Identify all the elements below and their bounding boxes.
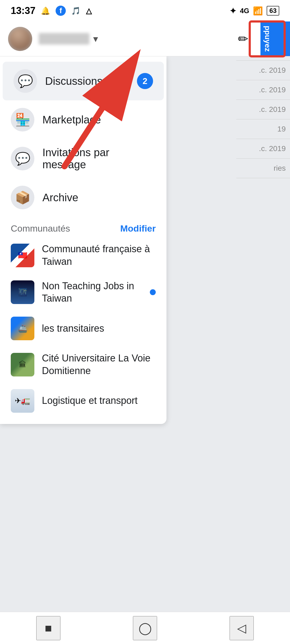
back-triangle-button[interactable]: ◁ — [230, 616, 254, 640]
status-bar-right: ✦ 4G 📶 63 — [230, 6, 279, 16]
community-item-transitaires[interactable]: 🚢 les transitaires — [0, 311, 166, 346]
communities-title: Communautés — [11, 223, 70, 234]
discussions-icon: 💬 — [18, 74, 33, 88]
time-display: 13:37 — [11, 5, 35, 16]
feed-date-8: ries — [236, 159, 290, 178]
menu-item-marketplace[interactable]: 🏪 Marketplace — [0, 100, 166, 139]
alarm-icon: 🔔 — [41, 6, 50, 15]
status-bar-left: 13:37 🔔 f 🎵 △ — [11, 5, 92, 16]
right-panel-feed: v. 2020 c. 2019 .c. 2019 .c. 2019 .c. 20… — [236, 21, 290, 644]
feed-date-5: .c. 2019 — [236, 100, 290, 119]
home-circle-button[interactable]: ◯ — [133, 616, 157, 640]
community-thumb-taiwan-fr: 🇹🇼 — [11, 244, 34, 267]
archive-label: Archive — [42, 192, 156, 204]
community-item-non-teaching[interactable]: 🌃 Non Teaching Jobs in Taiwan — [0, 274, 166, 311]
communities-section-header: Communautés Modifier — [0, 217, 166, 237]
partial-text: ppuyez — [263, 26, 272, 52]
community-item-cite-univ[interactable]: 🏛 Cité Universitaire La Voie Domitienne — [0, 346, 166, 383]
community-thumb-transitaires: 🚢 — [11, 317, 34, 340]
marketplace-icon-box: 🏪 — [11, 108, 34, 131]
community-label-taiwan-fr: Communauté française à Taiwan — [42, 243, 156, 268]
feed-date-7: .c. 2019 — [236, 139, 290, 159]
menu-item-discussions[interactable]: 💬 Discussions 2 — [3, 62, 164, 100]
feed-date-6: 19 — [236, 119, 290, 139]
user-name: Viet Travel — [39, 33, 89, 45]
spotify-icon: 🎵 — [71, 6, 81, 15]
compose-button[interactable]: ✏ — [231, 27, 255, 51]
dropdown-menu: 💬 Discussions 2 🏪 Marketplace 💬 Invitati… — [0, 56, 166, 424]
discussions-label: Discussions — [45, 75, 137, 87]
menu-item-invitations[interactable]: 💬 Invitations par message — [0, 139, 166, 178]
invitations-icon: 💬 — [15, 151, 30, 166]
network-label: 4G — [240, 7, 249, 15]
facebook-icon: f — [56, 6, 66, 16]
chevron-down-icon[interactable]: ▾ — [93, 33, 98, 45]
invitations-label: Invitations par message — [42, 147, 156, 171]
marketplace-icon: 🏪 — [15, 112, 30, 127]
archive-icon-box: 📦 — [11, 186, 34, 209]
marketplace-label: Marketplace — [42, 114, 156, 126]
pencil-icon: ✏ — [238, 32, 248, 46]
triangle-icon: ◁ — [237, 621, 246, 635]
header-row: Viet Travel ▾ ⚙ ppuyez ✏ — [0, 21, 290, 56]
community-label-non-teaching: Non Teaching Jobs in Taiwan — [42, 280, 147, 305]
discussions-icon-box: 💬 — [13, 69, 37, 93]
discussions-badge: 2 — [137, 73, 153, 89]
blue-bar-partial: ppuyez — [260, 21, 290, 56]
community-label-cite-univ: Cité Universitaire La Voie Domitienne — [42, 352, 156, 377]
community-thumb-logistique: ✈🚛 — [11, 389, 34, 413]
avatar[interactable] — [8, 27, 32, 51]
triangle-icon: △ — [86, 6, 92, 15]
community-label-transitaires: les transitaires — [42, 322, 156, 335]
community-thumb-non-teaching: 🌃 — [11, 280, 34, 304]
square-icon: ■ — [45, 621, 52, 635]
bluetooth-icon: ✦ — [230, 6, 236, 16]
community-thumb-cite-univ: 🏛 — [11, 353, 34, 376]
community-label-logistique: Logistique et transport — [42, 394, 156, 407]
battery-icon: 63 — [267, 6, 279, 16]
invitations-icon-box: 💬 — [11, 147, 34, 170]
menu-item-archive[interactable]: 📦 Archive — [0, 178, 166, 217]
communities-modifier[interactable]: Modifier — [120, 223, 156, 234]
circle-icon: ◯ — [139, 621, 152, 635]
status-bar: 13:37 🔔 f 🎵 △ ✦ 4G 📶 63 — [0, 0, 290, 21]
avatar-image — [8, 27, 32, 51]
feed-date-3: .c. 2019 — [236, 61, 290, 80]
community-unread-dot — [150, 289, 156, 295]
nav-bar: ■ ◯ ◁ — [0, 612, 290, 644]
signal-bars-icon: 📶 — [253, 6, 263, 16]
community-item-logistique[interactable]: ✈🚛 Logistique et transport — [0, 383, 166, 419]
back-square-button[interactable]: ■ — [36, 616, 60, 640]
archive-icon: 📦 — [15, 190, 30, 205]
community-item-taiwan-fr[interactable]: 🇹🇼 Communauté française à Taiwan — [0, 237, 166, 274]
user-name-row: Viet Travel ▾ — [39, 33, 252, 45]
feed-date-4: .c. 2019 — [236, 80, 290, 100]
